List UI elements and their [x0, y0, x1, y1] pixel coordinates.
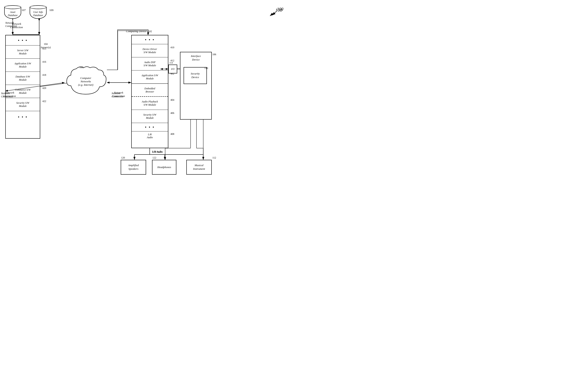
cloud-ref: 105: [80, 66, 84, 69]
server-box: • • • Server S/WModule 415 Application S…: [5, 35, 40, 139]
musical-instrument-ref: 112: [212, 156, 216, 159]
svg-line-4: [270, 13, 274, 16]
svg-text:100: 100: [275, 7, 282, 13]
server-ref-label: 104 Server(s): [41, 42, 51, 49]
headphones-ref: 122: [152, 156, 156, 159]
security-device-ref: 110: [204, 67, 208, 70]
amplified-speakers-ref: 120: [121, 156, 125, 159]
svg-text:Networks: Networks: [80, 80, 91, 83]
interface-device-ref: 106: [212, 53, 216, 56]
interface-device-box: InterfaceDevice SecurityDevice: [180, 52, 212, 120]
asset-db-ref: 107: [22, 8, 26, 12]
security-device-box: SecurityDevice: [184, 67, 207, 84]
headphones-box: Headphones: [152, 160, 176, 175]
network-connection-label-3: NetworkConnection: [109, 91, 128, 98]
amplified-speakers-box: AmplifiedSpeakers: [121, 160, 146, 175]
io-ref: 114: [170, 61, 173, 64]
svg-text:(e.g. Internet): (e.g. Internet): [78, 83, 94, 86]
musical-instrument-box: MusicalInstrument: [186, 160, 212, 175]
svg-text:L/R Audio: L/R Audio: [152, 150, 162, 153]
cloud-shape: Computer Networks (e.g. Internet): [64, 64, 107, 99]
network-connection-label-2: NetworkConnection: [1, 91, 18, 98]
svg-text:Computer: Computer: [80, 76, 92, 80]
svg-line-36: [272, 12, 276, 15]
user-info-db-ref: 109: [49, 8, 54, 12]
computing-device-label: Computing Device 102: [126, 30, 168, 33]
svg-text:L/R Audio: L/R Audio: [152, 150, 163, 153]
svg-text:100: 100: [277, 7, 283, 11]
network-connection-label-1: NetworkConnection: [8, 22, 25, 29]
asset-database-cylinder: AssetDatabase: [4, 5, 21, 19]
io-box: I/O: [168, 64, 177, 73]
computing-device-box: • • • Device DriverS/W Module 410 Audio …: [131, 35, 168, 148]
user-info-database-cylinder: User InfoDatabase: [30, 5, 46, 19]
